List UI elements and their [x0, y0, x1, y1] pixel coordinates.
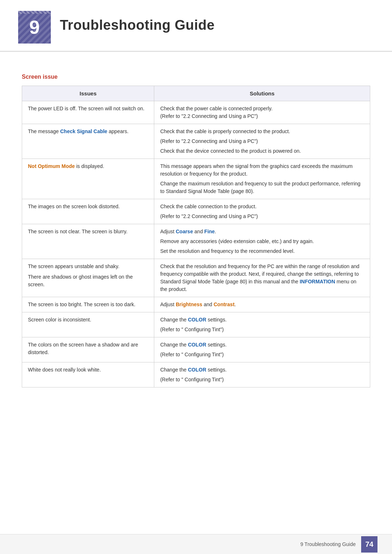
bold-term: Coarse: [176, 229, 193, 234]
bold-term: COLOR: [188, 367, 207, 373]
bold-term: Check Signal Cable: [60, 128, 107, 134]
troubleshooting-table: Issues Solutions The power LED is off. T…: [22, 86, 370, 387]
issue-cell: The images on the screen look distorted.: [22, 199, 154, 224]
issue-cell: Screen color is inconsistent.: [22, 312, 154, 337]
chapter-number: 9: [29, 16, 40, 38]
table-row: The screen appears unstable and shaky. T…: [22, 259, 370, 297]
solution-cell: Check the cable connection to the produc…: [154, 199, 370, 224]
issue-cell: The screen is too bright. The screen is …: [22, 297, 154, 312]
solution-cell: Change the COLOR settings. (Refer to " C…: [154, 337, 370, 362]
page-header: 9 Troubleshooting Guide: [0, 0, 392, 52]
issue-cell: The screen appears unstable and shaky. T…: [22, 259, 154, 297]
main-content: Screen issue Issues Solutions The power …: [0, 56, 392, 416]
table-row: The message Check Signal Cable appears. …: [22, 124, 370, 159]
table-row: The power LED is off. The screen will no…: [22, 101, 370, 124]
table-row: Not Optimum Mode is displayed. This mess…: [22, 159, 370, 199]
bold-term: Fine: [204, 229, 215, 234]
col-solutions: Solutions: [154, 86, 370, 101]
issue-cell: White does not really look white.: [22, 362, 154, 387]
bold-term: Brightness: [176, 301, 202, 307]
section-title: Screen issue: [22, 74, 370, 80]
solution-cell: This message appears when the signal fro…: [154, 159, 370, 199]
bold-term: Not Optimum Mode: [28, 163, 75, 169]
solution-cell: Change the COLOR settings. (Refer to " C…: [154, 312, 370, 337]
chapter-number-box: 9: [18, 11, 51, 44]
table-row: The screen is too bright. The screen is …: [22, 297, 370, 312]
table-header-row: Issues Solutions: [22, 86, 370, 101]
page-footer: 9 Troubleshooting Guide 74: [0, 534, 392, 554]
issue-cell: The message Check Signal Cable appears.: [22, 124, 154, 159]
table-row: The colors on the screen have a shadow a…: [22, 337, 370, 362]
issue-cell: The screen is not clear. The screen is b…: [22, 224, 154, 259]
solution-cell: Check that the cable is properly connect…: [154, 124, 370, 159]
footer-page-number: 74: [361, 536, 377, 553]
table-row: White does not really look white. Change…: [22, 362, 370, 387]
footer-text: 9 Troubleshooting Guide: [300, 541, 356, 547]
solution-cell: Change the COLOR settings. (Refer to " C…: [154, 362, 370, 387]
solution-cell: Check that the power cable is connected …: [154, 101, 370, 124]
bold-term: COLOR: [188, 342, 207, 348]
page-title: Troubleshooting Guide: [60, 11, 215, 33]
bold-term: INFORMATION: [300, 279, 335, 284]
solution-cell: Adjust Brightness and Contrast.: [154, 297, 370, 312]
solution-cell: Adjust Coarse and Fine. Remove any acces…: [154, 224, 370, 259]
issue-cell: Not Optimum Mode is displayed.: [22, 159, 154, 199]
col-issues: Issues: [22, 86, 154, 101]
table-row: Screen color is inconsistent. Change the…: [22, 312, 370, 337]
bold-term: COLOR: [188, 317, 207, 323]
issue-cell: The colors on the screen have a shadow a…: [22, 337, 154, 362]
issue-cell: The power LED is off. The screen will no…: [22, 101, 154, 124]
solution-cell: Check that the resolution and frequency …: [154, 259, 370, 297]
table-row: The screen is not clear. The screen is b…: [22, 224, 370, 259]
bold-term: Contrast: [213, 301, 234, 307]
table-row: The images on the screen look distorted.…: [22, 199, 370, 224]
